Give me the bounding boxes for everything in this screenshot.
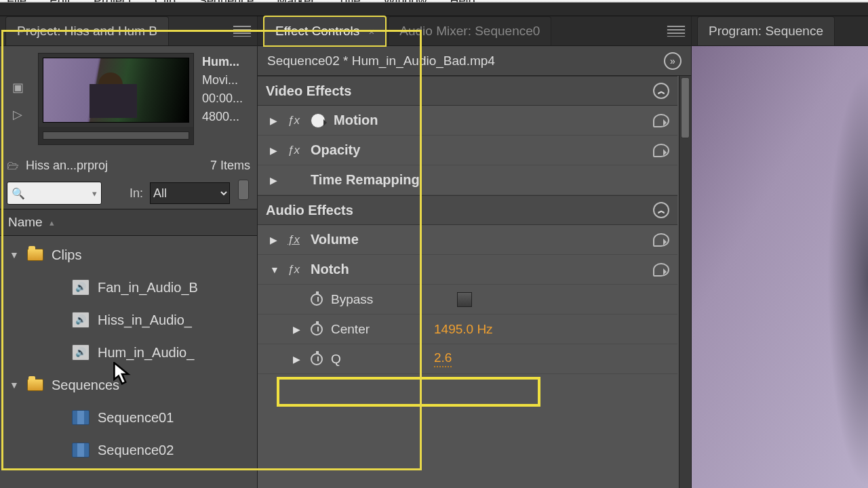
tab-program[interactable]: Program: Sequence: [697, 16, 835, 45]
param-bypass[interactable]: Bypass: [258, 285, 677, 314]
effect-controls-panel: Effect Controls × Audio Mixer: Sequence0…: [258, 16, 692, 488]
clip-metadata: Hum... Movi... 00:00... 4800...: [202, 53, 252, 152]
center-value[interactable]: 1495.0 Hz: [434, 322, 493, 337]
project-footer: 🗁 Hiss an...prproj 7 Items: [0, 152, 257, 179]
ec-scroll-thumb[interactable]: [681, 77, 690, 138]
fx-badge-icon: ƒx: [288, 144, 302, 157]
twisty-closed-icon[interactable]: ▶: [270, 115, 279, 126]
video-effects-header[interactable]: Video Effects ︽: [258, 76, 677, 106]
bypass-checkbox[interactable]: [457, 292, 472, 307]
clip-type: Movi...: [202, 71, 252, 89]
project-search-row: 🔍 ▾ In: All: [0, 179, 257, 209]
clip-item[interactable]: Hum_in_Audio_: [5, 336, 257, 369]
tab-effect-controls[interactable]: Effect Controls ×: [263, 16, 387, 47]
twisty-closed-icon[interactable]: ▶: [293, 354, 302, 365]
poster-frame-icon[interactable]: ▣: [12, 80, 24, 95]
collapse-icon[interactable]: ︽: [653, 202, 669, 218]
tab-project-label: Project: Hiss and Hum B: [17, 24, 157, 38]
effect-volume[interactable]: ▶ ƒx Volume: [258, 225, 677, 255]
clip-timecode: 00:00...: [202, 89, 252, 108]
clip-samplerate: 4800...: [202, 108, 252, 126]
stopwatch-icon[interactable]: [311, 293, 323, 306]
effect-notch[interactable]: ▼ ƒx Notch: [258, 255, 677, 285]
sequence-icon: [72, 410, 90, 425]
fx-badge-icon: ƒx: [288, 233, 302, 247]
search-icon: 🔍: [12, 187, 25, 200]
audio-effects-header[interactable]: Audio Effects ︽: [258, 195, 677, 225]
column-header-name[interactable]: Name ▴: [0, 209, 257, 236]
show-timeline-icon[interactable]: »: [664, 52, 682, 70]
effect-controls-list: Video Effects ︽ ▶ ƒx Motion ▶ ƒx Opacity: [258, 76, 677, 488]
fx-badge-icon: ƒx: [288, 114, 302, 127]
thumb-seek-bar[interactable]: [43, 131, 189, 140]
project-tabbar: Project: Hiss and Hum B: [0, 16, 257, 46]
search-input[interactable]: 🔍 ▾: [7, 182, 102, 205]
twisty-closed-icon[interactable]: ▶: [270, 175, 279, 186]
toolbar-strip: [0, 3, 868, 16]
chevron-down-icon[interactable]: ▾: [92, 188, 97, 199]
twisty-closed-icon[interactable]: ▶: [293, 324, 302, 335]
twisty-open-icon[interactable]: ▼: [270, 264, 279, 275]
audio-clip-icon: [72, 279, 90, 296]
sequence-item[interactable]: Sequence02: [5, 434, 257, 466]
folder-sequences[interactable]: ▼ Sequences: [5, 369, 257, 401]
close-icon[interactable]: ×: [369, 26, 375, 37]
project-filename: Hiss an...prproj: [26, 159, 203, 173]
clip-thumbnail[interactable]: [38, 53, 194, 145]
sequence-item[interactable]: Sequence01: [5, 401, 257, 434]
twisty-open-icon[interactable]: ▼: [9, 380, 19, 390]
highlight-center-param: [277, 377, 540, 407]
collapse-icon[interactable]: ︽: [653, 83, 669, 99]
reset-icon[interactable]: [653, 144, 669, 157]
item-count: 7 Items: [210, 159, 250, 173]
folder-clips[interactable]: ▼ Clips: [5, 239, 257, 271]
effect-opacity[interactable]: ▶ ƒx Opacity: [258, 136, 677, 165]
tab-project[interactable]: Project: Hiss and Hum B: [5, 16, 169, 45]
panel-menu-icon[interactable]: [667, 25, 686, 37]
stopwatch-icon[interactable]: [311, 353, 323, 365]
param-q[interactable]: ▶ Q 2.6: [258, 344, 677, 374]
in-label: In:: [130, 186, 143, 201]
sequence-icon: [72, 443, 90, 458]
reset-icon[interactable]: [653, 114, 669, 127]
program-tabbar: Program: Sequence: [692, 16, 868, 46]
folder-icon: [27, 249, 43, 261]
clip-name: Hum...: [202, 53, 252, 71]
param-center[interactable]: ▶ Center 1495.0 Hz: [258, 314, 677, 344]
ec-breadcrumb: Sequence02 * Hum_in_Audio_Bad.mp4: [267, 54, 495, 68]
stopwatch-icon[interactable]: [311, 323, 323, 336]
fx-badge-icon: ƒx: [288, 263, 302, 277]
ec-tabbar: Effect Controls × Audio Mixer: Sequence0: [258, 16, 691, 46]
reset-icon[interactable]: [653, 263, 669, 277]
project-tree: ▼ Clips Fan_in_Audio_B Hiss_in_Audio_ Hu…: [0, 236, 257, 466]
clip-item[interactable]: Fan_in_Audio_B: [5, 271, 257, 304]
reset-icon[interactable]: [653, 233, 669, 247]
project-panel: Project: Hiss and Hum B ▣ ▷ Hum... Movi.…: [0, 16, 258, 488]
tab-audio-mixer[interactable]: Audio Mixer: Sequence0: [388, 16, 551, 45]
q-value[interactable]: 2.6: [434, 350, 452, 367]
folder-icon: [27, 379, 43, 391]
ec-breadcrumb-row: Sequence02 * Hum_in_Audio_Bad.mp4 »: [258, 46, 691, 76]
play-icon[interactable]: ▷: [13, 107, 22, 122]
motion-icon: [311, 113, 326, 128]
twisty-open-icon[interactable]: ▼: [9, 249, 19, 260]
bin-icon[interactable]: 🗁: [7, 159, 19, 173]
twisty-closed-icon[interactable]: ▶: [270, 145, 279, 156]
audio-clip-icon: [72, 344, 90, 361]
metadata-scroll-thumb[interactable]: [238, 180, 249, 200]
sort-asc-icon: ▴: [50, 218, 54, 228]
program-monitor-panel: Program: Sequence: [692, 16, 868, 488]
audio-clip-icon: [72, 312, 90, 328]
effect-time-remapping[interactable]: ▶ ƒx Time Remapping: [258, 165, 677, 195]
ec-scrollbar[interactable]: [679, 76, 691, 488]
effect-motion[interactable]: ▶ ƒx Motion: [258, 106, 677, 136]
clip-item[interactable]: Hiss_in_Audio_: [5, 304, 257, 336]
in-filter-select[interactable]: All: [150, 182, 230, 204]
clip-preview-area: ▣ ▷ Hum... Movi... 00:00... 4800...: [0, 46, 257, 152]
thumbnail-image: [43, 58, 189, 123]
twisty-closed-icon[interactable]: ▶: [270, 235, 279, 245]
panel-menu-icon[interactable]: [233, 25, 252, 37]
